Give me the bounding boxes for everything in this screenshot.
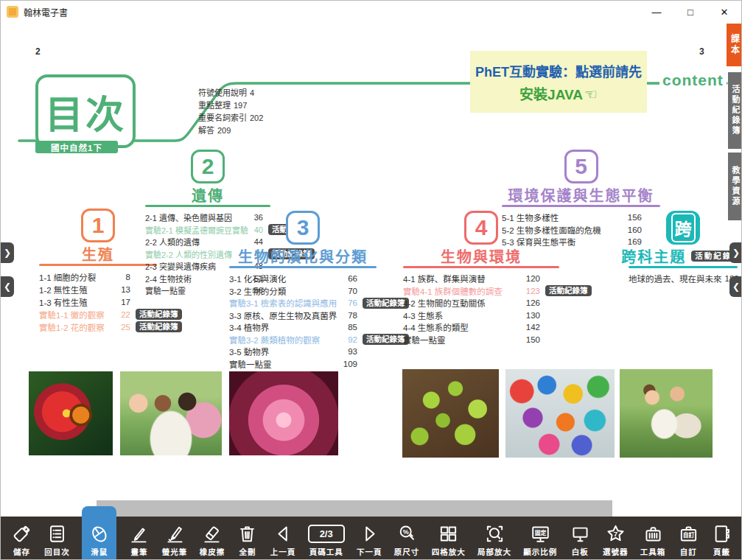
ebook-app-window: 翰林電子書 — □ ✕ 2 3 目次 國中自然1下 符號使用說明4 重點整理19… <box>0 0 742 560</box>
custom-case-icon: 自訂 <box>678 523 699 545</box>
next-page-button[interactable]: 下一頁 <box>357 517 382 560</box>
tab-textbook[interactable]: 課本 <box>727 24 742 66</box>
app-logo-icon <box>7 6 18 18</box>
activity-book-badge[interactable]: 活動紀錄簿 <box>136 321 182 332</box>
photo-sea-anemone <box>229 371 338 455</box>
trash-icon <box>237 523 258 545</box>
pointing-hand-icon: ☜ <box>584 86 598 102</box>
whiteboard-icon <box>570 523 591 545</box>
photo-butterfly-on-zinnia <box>29 371 113 455</box>
toc-entry[interactable]: 3-5 動物界93 <box>229 346 377 358</box>
toc-entry-experiment[interactable]: 實驗3-2 蕨類植物的觀察92活動紀錄簿 <box>229 334 377 346</box>
custom-button[interactable]: 自訂 自訂 <box>678 517 699 560</box>
tab-activity-record-book[interactable]: 活動紀錄簿 <box>728 72 742 149</box>
section-title: 生物與環境 <box>403 247 559 265</box>
activity-book-badge[interactable]: 活動紀錄簿 <box>363 298 409 309</box>
save-button[interactable]: 儲存 <box>11 517 32 560</box>
pen-icon <box>128 523 150 545</box>
page-flip-next-button[interactable]: ❯ <box>729 242 742 263</box>
photo-children-reading-outdoors <box>120 371 222 455</box>
highlighter-icon <box>164 523 186 545</box>
maximize-button[interactable]: □ <box>673 1 707 23</box>
toc-entry[interactable]: 實驗一點靈109 <box>229 358 377 371</box>
bookmark-book-icon <box>711 523 732 545</box>
mouse-tool-button[interactable]: 滑鼠 <box>82 506 116 560</box>
toc-entry[interactable]: 1-3 有性生殖17 <box>39 295 157 308</box>
mouse-icon <box>88 523 110 545</box>
minimize-button[interactable]: — <box>640 1 673 23</box>
toc-entry-experiment[interactable]: 實驗3-1 檢索表的認識與應用76活動紀錄簿 <box>229 297 377 309</box>
page-tab-button[interactable]: 頁籤 <box>711 517 732 560</box>
toc-entry[interactable]: 1-2 無性生殖13 <box>39 283 157 295</box>
section-title: 跨科主題 <box>621 245 686 267</box>
toc-title-box: 目次 <box>35 74 136 148</box>
page-flip-prev-button[interactable]: ❮ <box>1 276 14 297</box>
toc-entry-experiment[interactable]: 實驗4-1 族群個體數的調查123活動紀錄簿 <box>403 285 559 298</box>
section-number-badge: 3 <box>286 211 320 245</box>
content-label: content <box>659 71 727 89</box>
section-title: 生殖 <box>39 245 157 262</box>
tab-teaching-resources[interactable]: 教學資源 <box>728 153 742 220</box>
page-canvas: 2 3 目次 國中自然1下 符號使用說明4 重點整理197 重要名詞索引202 … <box>1 23 742 517</box>
monitor-fixed-icon: 固定 <box>530 523 551 545</box>
toolbox-button[interactable]: 工具箱 <box>640 517 666 560</box>
page-number-tool[interactable]: 2/3 頁碼工具 <box>308 517 345 560</box>
zoom-percent-icon: % <box>396 523 418 545</box>
activity-book-badge[interactable]: 活動紀錄簿 <box>136 309 182 320</box>
page-flip-prev-button[interactable]: ❮ <box>729 276 742 297</box>
toolbox-icon <box>643 523 664 545</box>
section-title: 遺傳 <box>145 186 270 203</box>
title-bar: 翰林電子書 — □ ✕ <box>1 1 741 23</box>
highlighter-tool-button[interactable]: 螢光筆 <box>162 517 188 560</box>
eraser-tool-button[interactable]: 橡皮擦 <box>200 517 225 560</box>
activity-book-badge[interactable]: 活動紀錄簿 <box>545 285 592 296</box>
photo-children-gardening <box>620 369 713 458</box>
prev-triangle-icon <box>273 523 294 545</box>
whiteboard-button[interactable]: 白板 <box>570 517 591 560</box>
toc-entry[interactable]: 地球的過去、現在與未來182 <box>629 273 738 285</box>
toc-entry[interactable]: 4-2 生物間的互動關係126 <box>403 297 559 309</box>
toc-entry-experiment[interactable]: 實驗1-1 黴的觀察22活動紀錄簿 <box>39 308 157 321</box>
svg-text:%: % <box>402 528 408 536</box>
number-picker-button[interactable]: 7 選號器 <box>603 517 629 560</box>
toc-entry[interactable]: 重點整理197 <box>198 99 263 111</box>
eraser-icon <box>201 523 223 545</box>
four-pane-grid-icon <box>438 523 459 545</box>
toc-entry[interactable]: 3-3 原核、原生生物及真菌界78 <box>229 309 377 322</box>
page-flip-next-button[interactable]: ❯ <box>1 242 14 263</box>
original-size-button[interactable]: % 原尺寸 <box>394 517 420 560</box>
section-number-badge: 5 <box>564 150 598 183</box>
toc-button[interactable]: 回目次 <box>44 517 70 560</box>
pen-tool-button[interactable]: 畫筆 <box>128 517 150 560</box>
toc-entry[interactable]: 4-1 族群、群集與演替120 <box>403 273 559 285</box>
region-zoom-button[interactable]: 局部放大 <box>477 517 511 560</box>
toc-section-evolution-classification: 3 生物的演化與分類 3-1 化石與演化66 3-2 生物的分類70 實驗3-1… <box>229 211 377 370</box>
page-indicator[interactable]: 2/3 <box>308 525 345 543</box>
prev-page-button[interactable]: 上一頁 <box>270 517 296 560</box>
toc-entry[interactable]: 4-4 生態系的類型142 <box>403 321 559 334</box>
toc-entry[interactable]: 重要名詞索引202 <box>198 111 263 124</box>
toc-entry[interactable]: 3-4 植物界85 <box>229 321 377 334</box>
toc-entry-experiment[interactable]: 實驗1-2 花的觀察25活動紀錄簿 <box>39 321 157 333</box>
toc-entry[interactable]: 實驗一點靈150 <box>403 334 559 346</box>
delete-all-button[interactable]: 全刪 <box>237 517 258 560</box>
toc-entry[interactable]: 3-1 化石與演化66 <box>229 273 377 285</box>
toc-entry[interactable]: 4-3 生態系130 <box>403 309 559 322</box>
toc-entry[interactable]: 1-1 細胞的分裂8 <box>39 270 157 283</box>
bottom-toolbar: 儲存 回目次 滑鼠 畫筆 螢光筆 橡皮擦 全刪 上一頁 <box>1 517 742 560</box>
panel-handle[interactable] <box>97 500 612 517</box>
toc-entry[interactable]: 3-2 生物的分類70 <box>229 285 377 298</box>
activity-book-badge[interactable]: 活動紀錄簿 <box>363 334 409 345</box>
quad-zoom-button[interactable]: 四格放大 <box>432 517 466 560</box>
section-number-badge: 1 <box>81 209 115 242</box>
toc-entry[interactable]: 解答209 <box>198 124 263 136</box>
page-number-left: 2 <box>35 46 41 57</box>
toc-title: 目次 <box>45 84 126 139</box>
toc-entry[interactable]: 符號使用說明4 <box>198 86 263 99</box>
toc-section-reproduction: 1 生殖 1-1 細胞的分裂8 1-2 無性生殖13 1-3 有性生殖17 實驗… <box>39 209 157 333</box>
close-button[interactable]: ✕ <box>707 1 741 23</box>
page-number-right: 3 <box>699 46 704 57</box>
section-number-badge: 2 <box>191 150 225 183</box>
display-ratio-button[interactable]: 固定 顯示比例 <box>523 517 557 560</box>
svg-text:7: 7 <box>614 530 617 538</box>
